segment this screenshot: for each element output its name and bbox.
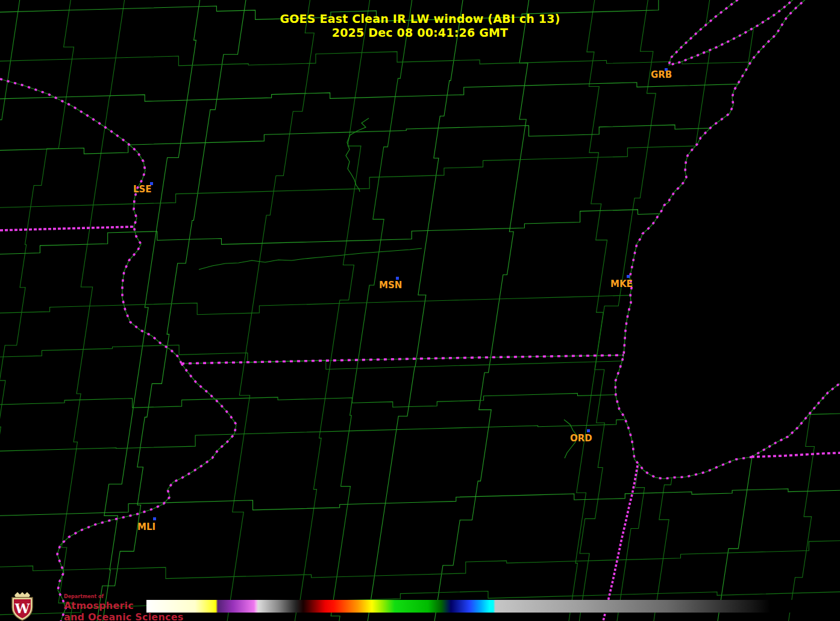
logo-name-line-1: Atmospheric (64, 601, 183, 611)
station-label: GRB (651, 69, 672, 80)
mn-ia-border (0, 227, 134, 230)
county-line (367, 0, 464, 621)
map-canvas (0, 0, 840, 621)
station-label: MLI (137, 522, 155, 532)
county-line (331, 0, 413, 621)
station-label: ORD (570, 433, 592, 444)
county-line (0, 489, 840, 516)
station-label: MSN (379, 280, 402, 291)
crest-crown (14, 592, 30, 597)
logo-dept-line: Department of (64, 594, 183, 599)
station-label: MKE (610, 279, 633, 289)
rock-river (199, 248, 422, 270)
county-line (58, 0, 125, 621)
mi-in-border (751, 453, 840, 457)
county-line (0, 0, 20, 621)
uw-crest-icon: W (4, 591, 51, 621)
logo-text: Department of Atmospheric and Oceanic Sc… (64, 591, 183, 621)
satellite-image-viewport: GOES East Clean IR LW window (ABI ch 13)… (0, 0, 840, 621)
county-line (0, 83, 840, 101)
county-line (0, 541, 840, 579)
il-in-border (603, 465, 638, 621)
temperature-colorbar (146, 600, 840, 613)
county-line (434, 0, 530, 621)
county-line (0, 49, 840, 66)
county-line (96, 0, 247, 621)
lake-water-layer (615, 0, 840, 479)
station-dot-icon (587, 429, 590, 432)
mississippi-river-south (57, 364, 236, 621)
station-dot-icon (627, 275, 630, 278)
wisconsin-river (346, 118, 369, 192)
logo-name-line-2: and Oceanic Sciences (64, 613, 183, 621)
county-line (578, 0, 607, 621)
station-dot-icon (153, 517, 156, 520)
station-label: LSE (133, 184, 152, 195)
mississippi-river-south-shoreline (57, 364, 236, 621)
lake-michigan-water (615, 0, 840, 479)
county-line (227, 0, 315, 621)
crest-letter: W (14, 601, 30, 616)
county-line (0, 0, 74, 621)
uw-aos-logo: W Department of Atmospheric and Oceanic … (4, 591, 183, 621)
